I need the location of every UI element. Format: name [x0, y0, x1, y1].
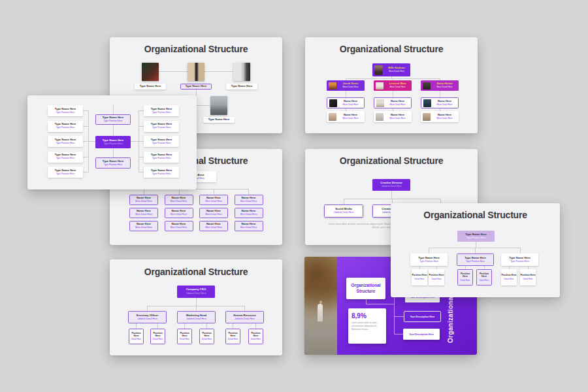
node-detail: More Detail Here — [135, 201, 152, 203]
slide-position-chart[interactable]: Organizational Structure Type Name Here … — [391, 203, 560, 297]
node-detail: Jobdesk Detail Here — [382, 186, 402, 188]
connector-line — [440, 91, 440, 97]
node-detail: Detail Here — [251, 338, 261, 340]
node-detail: More Detail Here — [389, 104, 405, 106]
connector-line — [255, 323, 256, 329]
node-name: Mille Kadisan — [388, 67, 405, 69]
org-node-highlight: Type Name Here Type Position Here — [95, 114, 131, 125]
ceo-node: Company CEO Jobdesk Detail Here — [177, 286, 215, 298]
staff-node: Name Here More Detail Here — [374, 111, 412, 122]
node-name: Type Name Here — [465, 233, 487, 237]
connector-line — [83, 172, 88, 172]
connector-line — [136, 323, 137, 329]
connector-line — [475, 248, 476, 253]
staff-node: Name Here More Detail Here — [327, 97, 365, 108]
node-name: Name Here — [438, 114, 451, 116]
connector-line — [179, 189, 180, 195]
node-name: Type Name Here — [140, 85, 161, 88]
node-detail: Jobdesk Detail Here — [334, 212, 354, 214]
org-node-highlight: Type Name Here — [180, 84, 212, 90]
node-name: Position Here — [178, 333, 191, 338]
connector-line — [139, 141, 144, 142]
node-name: Name Here — [391, 100, 404, 103]
node-detail: More Detail Here — [436, 104, 452, 106]
node-detail: More Detail Here — [342, 104, 358, 106]
org-node: Name HereMore Detail Here — [199, 195, 228, 205]
node-name: Position Here — [429, 274, 444, 277]
slide-type-name-grid[interactable]: Type Name HereType Position Here Type Na… — [27, 95, 197, 189]
org-column-right: Type Name HereType Position Here Type Na… — [144, 105, 179, 178]
manager-node: Leanore Mow More Detail Here — [374, 80, 412, 91]
position-node: Position Here Detail Here — [129, 329, 144, 344]
photo-staff — [423, 113, 431, 121]
slide-title: Organizational Structure — [305, 44, 478, 54]
node-detail: Type Position Here — [104, 143, 123, 146]
node-name: Type Name Here — [509, 257, 531, 260]
node-name: Name Here — [391, 114, 404, 116]
slide-ceo-chart[interactable]: Organizational Structure Company CEO Job… — [110, 259, 282, 355]
node-name: Human Resource — [233, 314, 255, 318]
node-detail: Type Position Here — [510, 261, 529, 263]
org-node: Type Name HereType Position Here — [48, 121, 83, 132]
stat-value: 8,9% — [351, 312, 383, 319]
node-name: Name Here — [206, 223, 221, 226]
node-detail: Detail Here — [202, 338, 212, 340]
connector-line — [113, 125, 114, 136]
node-name: Position Here — [151, 333, 165, 338]
node-name: Position Here — [501, 274, 516, 277]
photo-person-2 — [188, 63, 204, 81]
node-detail: Detail Here — [460, 280, 470, 282]
node-detail: More Detail Here — [171, 201, 188, 203]
connector-line — [113, 148, 114, 157]
node-name: Company CEO — [186, 288, 206, 291]
node-name: Name Here — [242, 223, 256, 226]
connector-line — [394, 334, 403, 335]
node-detail: Jobdesk Detail Here — [186, 318, 206, 321]
staff-node: Name Here More Detail Here — [327, 111, 365, 122]
connector-line — [83, 141, 88, 142]
connector-line — [391, 191, 392, 199]
node-detail: More Detail Here — [205, 227, 222, 229]
node-detail: Detail Here — [180, 338, 189, 340]
connector-line — [157, 323, 158, 329]
node-name: Type Name Here — [208, 118, 230, 122]
slide-team-org-chart[interactable]: Organizational Structure Mille Kadisan M… — [305, 37, 478, 133]
node-detail: Type Position Here — [56, 142, 75, 145]
connector-line — [196, 105, 210, 106]
director-node: Creative Director Jobdesk Detail Here — [372, 179, 410, 191]
node-name: Position Here — [129, 333, 143, 338]
staff-node: Name Here More Detail Here — [421, 111, 459, 122]
photo-staff — [329, 113, 336, 121]
photo-ceo — [374, 65, 383, 75]
node-name: Name Here — [344, 100, 357, 103]
department-node: Social Media Jobdesk Detail Here — [324, 204, 363, 218]
org-node: Name HereMore Detail Here — [129, 221, 158, 231]
node-name: Sama Harian — [436, 82, 452, 85]
node-name: Type Name Here — [151, 169, 172, 172]
node-detail: More Detail Here — [389, 71, 404, 73]
connector-line — [346, 91, 346, 97]
org-grid: Name HereMore Detail Here Name HereMore … — [129, 195, 263, 231]
connector-line — [83, 126, 88, 127]
node-detail: More Detail Here — [240, 214, 257, 216]
connector-line — [196, 298, 197, 306]
node-name: Name Here — [438, 100, 451, 103]
node-detail: Detail Here — [414, 278, 424, 280]
node-detail: Detail Here — [153, 338, 163, 340]
connector-line — [83, 110, 88, 111]
org-node-primary: Type Name Here Type Position Here — [95, 136, 131, 148]
node-name: Type Name Here — [55, 139, 76, 142]
position-node-highlight: Position Here Detail Here — [457, 269, 473, 286]
node-detail: Type Position Here — [104, 120, 123, 123]
connector-line — [366, 304, 394, 304]
node-detail: Type Position Here — [152, 142, 171, 145]
node-detail: Type Position Here — [56, 173, 75, 176]
connector-line — [429, 248, 429, 253]
department-node: Human Resource Jobdesk Detail Here — [225, 311, 264, 323]
connector-line — [83, 157, 88, 157]
ceo-node: Mille Kadisan More Detail Here — [372, 63, 410, 76]
node-name: Name Here — [172, 223, 186, 226]
org-node: Type Name HereType Position Here — [144, 152, 179, 163]
node-detail: More Detail Here — [205, 201, 222, 203]
description-box: Your Description Here — [404, 311, 441, 322]
